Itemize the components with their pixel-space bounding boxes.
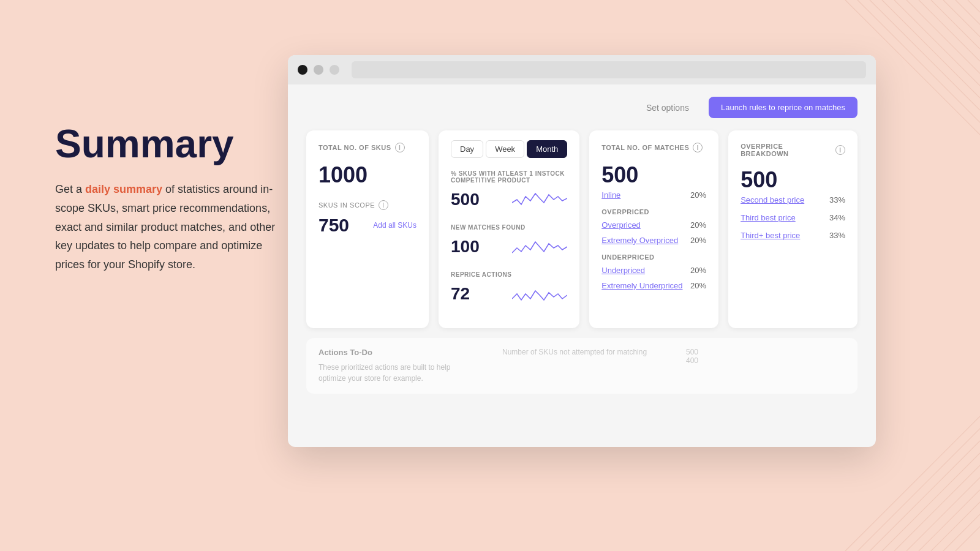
overprice-card: OVERPRICE BREAKDOWN i 500 Second best pr… bbox=[728, 130, 858, 328]
svg-line-6 bbox=[919, 0, 980, 61]
third-best-row: Third best price 34% bbox=[741, 213, 845, 222]
svg-line-4 bbox=[894, 0, 980, 86]
set-options-button[interactable]: Set options bbox=[636, 98, 699, 118]
svg-line-9 bbox=[956, 0, 980, 24]
extremely-underpriced-pct: 20% bbox=[690, 281, 706, 290]
overpriced-label[interactable]: Overpriced bbox=[601, 220, 641, 230]
svg-line-18 bbox=[931, 502, 980, 551]
overpriced-row: Overpriced 20% bbox=[601, 220, 706, 230]
third-plus-pct: 33% bbox=[829, 231, 845, 240]
third-plus-row: Third+ best price 33% bbox=[741, 231, 845, 240]
sku-total-info-icon[interactable]: i bbox=[395, 143, 405, 152]
reprice-sparkline bbox=[512, 282, 567, 306]
actions-todo-section: Actions To-Do These prioritized actions … bbox=[318, 348, 478, 384]
sku-scope-info-icon[interactable]: i bbox=[379, 200, 388, 210]
second-best-pct: 33% bbox=[829, 195, 845, 204]
matches-total-label: TOTAL NO. OF MATCHES i bbox=[601, 143, 706, 152]
overprice-info-icon[interactable]: i bbox=[835, 145, 845, 155]
third-best-pct: 34% bbox=[829, 213, 845, 222]
extremely-underpriced-label[interactable]: Extremely Underpriced bbox=[601, 281, 682, 290]
sku-scope-label: SKUS IN SCOPE bbox=[318, 201, 375, 209]
underpriced-pct: 20% bbox=[690, 266, 706, 275]
inline-row: Inline 20% bbox=[601, 190, 706, 200]
svg-line-8 bbox=[943, 0, 980, 37]
underpriced-label[interactable]: Underpriced bbox=[601, 266, 645, 275]
overprice-title: OVERPRICE BREAKDOWN i bbox=[741, 143, 845, 157]
extremely-overpriced-row: Extremely Overpriced 20% bbox=[601, 236, 706, 245]
url-bar[interactable] bbox=[352, 61, 866, 78]
dot-close[interactable] bbox=[298, 65, 307, 75]
sku-total-value: 1000 bbox=[318, 162, 417, 188]
underpriced-row: Underpriced 20% bbox=[601, 266, 706, 275]
actions-todo-text: These prioritized actions are built to h… bbox=[318, 362, 478, 384]
time-tabs: Day Week Month bbox=[451, 140, 567, 158]
new-matches-sparkline bbox=[512, 234, 567, 259]
page-description: Get a daily summary of statistics around… bbox=[55, 180, 288, 274]
add-all-skus-link[interactable]: Add all SKUs bbox=[373, 221, 417, 230]
reprice-value: 72 bbox=[451, 284, 470, 304]
extremely-overpriced-pct: 20% bbox=[690, 236, 706, 245]
svg-line-17 bbox=[919, 490, 980, 551]
third-best-label[interactable]: Third best price bbox=[741, 213, 796, 222]
svg-line-15 bbox=[894, 465, 980, 551]
action-bar: Set options Launch rules to reprice on m… bbox=[306, 97, 858, 118]
inline-pct: 20% bbox=[690, 190, 706, 200]
overpriced-pct: 20% bbox=[690, 220, 706, 230]
matches-info-icon[interactable]: i bbox=[693, 143, 703, 152]
dot-maximize[interactable] bbox=[330, 65, 339, 75]
svg-line-14 bbox=[882, 453, 980, 551]
svg-line-5 bbox=[907, 0, 980, 73]
svg-line-10 bbox=[968, 0, 980, 12]
second-best-row: Second best price 33% bbox=[741, 195, 845, 204]
underpriced-section: UNDERPRICED bbox=[601, 253, 706, 261]
matches-total-value: 500 bbox=[601, 162, 706, 188]
tab-day[interactable]: Day bbox=[451, 140, 483, 158]
svg-line-19 bbox=[943, 514, 980, 551]
tab-week[interactable]: Week bbox=[486, 140, 524, 158]
overpriced-section: OVERPRICED bbox=[601, 208, 706, 216]
highlight-text: daily summary bbox=[85, 183, 162, 195]
svg-line-16 bbox=[907, 478, 980, 551]
extremely-overpriced-label[interactable]: Extremely Overpriced bbox=[601, 236, 678, 245]
metrics-card: Day Week Month % SKUS WITH ATLEAST 1 INS… bbox=[439, 130, 579, 328]
bottom-fade-section: Actions To-Do These prioritized actions … bbox=[306, 338, 858, 394]
skus-sparkline bbox=[512, 187, 567, 212]
number-value-1: 500 bbox=[686, 348, 845, 356]
extremely-underpriced-row: Extremely Underpriced 20% bbox=[601, 281, 706, 290]
svg-line-2 bbox=[870, 0, 980, 110]
reprice-metric: REPRICE ACTIONS 72 bbox=[451, 271, 567, 306]
dot-minimize[interactable] bbox=[314, 65, 323, 75]
matches-card: TOTAL NO. OF MATCHES i 500 Inline 20% OV… bbox=[589, 130, 718, 328]
launch-button[interactable]: Launch rules to reprice on matches bbox=[709, 97, 858, 118]
skus-competitive-label: % SKUS WITH ATLEAST 1 INSTOCK COMPETITIV… bbox=[451, 170, 567, 184]
number-value-2: 400 bbox=[686, 356, 845, 365]
svg-line-7 bbox=[931, 0, 980, 49]
skus-competitive-value: 500 bbox=[451, 190, 480, 209]
sku-scope-value: 750 bbox=[318, 215, 349, 236]
sku-card: TOTAL NO. OF SKUS i 1000 SKUS IN SCOPE i… bbox=[306, 130, 429, 328]
new-matches-metric: NEW MATCHES FOUND 100 bbox=[451, 224, 567, 259]
svg-line-13 bbox=[870, 441, 980, 551]
page-title: Summary bbox=[55, 122, 288, 165]
actions-todo-title: Actions To-Do bbox=[318, 348, 478, 357]
third-plus-label[interactable]: Third+ best price bbox=[741, 231, 800, 240]
svg-line-3 bbox=[882, 0, 980, 98]
sku-total-label: TOTAL NO. OF SKUS i bbox=[318, 143, 417, 152]
browser-window: Set options Launch rules to reprice on m… bbox=[288, 55, 876, 447]
inline-label[interactable]: Inline bbox=[601, 190, 620, 200]
browser-chrome bbox=[288, 55, 876, 84]
new-matches-value: 100 bbox=[451, 237, 480, 257]
number-values-section: 500 400 bbox=[686, 348, 845, 384]
number-skus-label: Number of SKUs not attempted for matchin… bbox=[502, 348, 662, 356]
skus-competitive-metric: % SKUS WITH ATLEAST 1 INSTOCK COMPETITIV… bbox=[451, 170, 567, 212]
app-content: Set options Launch rules to reprice on m… bbox=[288, 84, 876, 447]
dashboard-grid: TOTAL NO. OF SKUS i 1000 SKUS IN SCOPE i… bbox=[306, 130, 858, 328]
tab-month[interactable]: Month bbox=[527, 140, 567, 158]
second-best-label[interactable]: Second best price bbox=[741, 195, 804, 204]
new-matches-label: NEW MATCHES FOUND bbox=[451, 224, 567, 231]
svg-line-20 bbox=[956, 527, 980, 551]
overprice-total-value: 500 bbox=[741, 167, 845, 193]
reprice-label: REPRICE ACTIONS bbox=[451, 271, 567, 278]
left-panel: Summary Get a daily summary of statistic… bbox=[55, 122, 288, 274]
number-skus-section: Number of SKUs not attempted for matchin… bbox=[502, 348, 662, 384]
